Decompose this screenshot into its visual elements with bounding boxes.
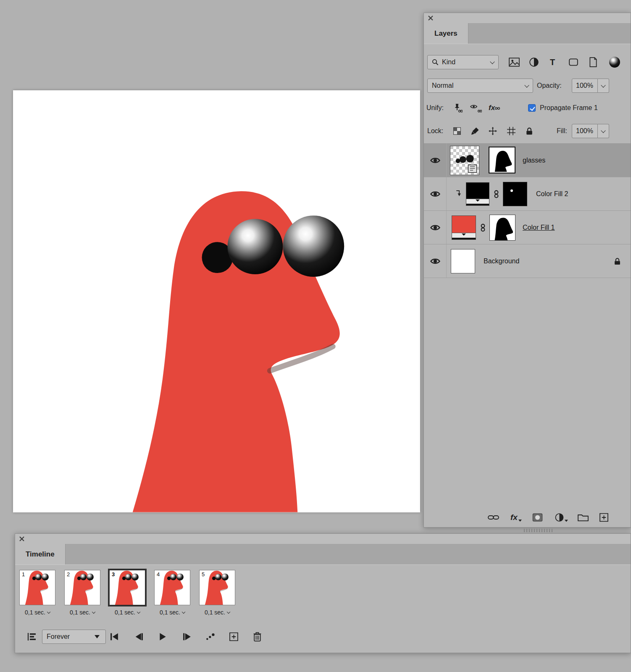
first-frame-button[interactable]	[110, 633, 119, 641]
fill-dropdown-button[interactable]	[598, 124, 609, 138]
frame-thumbnail[interactable]: 5	[199, 570, 235, 605]
visibility-toggle[interactable]	[424, 177, 447, 210]
lock-artboard-icon[interactable]	[507, 127, 515, 135]
layer-row-background[interactable]: Background	[424, 244, 631, 278]
layer-thumbnail-glasses[interactable]	[450, 146, 479, 175]
propagate-frame-checkbox[interactable]	[528, 104, 536, 112]
frame-thumbnail[interactable]: 4	[154, 570, 190, 605]
layer-thumbnail-background[interactable]	[451, 249, 475, 273]
frame-1[interactable]: 1 0,1 sec.	[19, 570, 55, 616]
layer-thumbnail-color-fill-1[interactable]	[452, 215, 476, 240]
opacity-value-field[interactable]: 100%	[572, 79, 598, 93]
close-icon[interactable]	[19, 536, 25, 542]
frame-duration-select[interactable]: 0,1 sec.	[154, 609, 190, 616]
play-button[interactable]	[158, 632, 167, 641]
close-icon[interactable]	[428, 15, 434, 21]
visibility-toggle[interactable]	[424, 244, 447, 278]
chevron-down-icon	[47, 610, 50, 614]
link-layers-icon[interactable]	[488, 514, 499, 521]
document-canvas[interactable]	[13, 90, 420, 512]
chevron-down-icon	[182, 610, 185, 614]
tween-frames-icon[interactable]	[205, 632, 216, 641]
layer-row-color-fill-2[interactable]: Color Fill 2	[424, 177, 631, 211]
layer-name: glasses	[523, 157, 545, 164]
unify-position-icon[interactable]	[452, 103, 463, 113]
kind-filter-select[interactable]: Kind	[427, 55, 499, 69]
layer-row-color-fill-1[interactable]: Color Fill 1	[424, 211, 631, 244]
lock-all-icon[interactable]	[526, 127, 533, 135]
frame-art	[110, 570, 145, 605]
loop-count-select[interactable]: Forever	[42, 630, 106, 644]
visibility-toggle[interactable]	[424, 211, 447, 244]
chevron-down-icon	[601, 83, 605, 87]
add-layer-mask-icon[interactable]	[532, 513, 543, 522]
layer-row-glasses[interactable]: glasses	[424, 144, 631, 177]
delete-frame-trash-icon[interactable]	[253, 632, 262, 642]
chevron-down-icon	[490, 59, 494, 64]
frame-5[interactable]: 5 0,1 sec.	[199, 570, 235, 616]
frame-art	[20, 570, 55, 605]
timeline-tabstrip: Timeline	[15, 544, 631, 565]
chevron-down-icon	[137, 610, 140, 614]
frame-thumbnail[interactable]: 3	[109, 570, 145, 605]
frame-4[interactable]: 4 0,1 sec.	[154, 570, 190, 616]
lock-position-icon[interactable]	[489, 127, 497, 135]
opacity-value: 100%	[576, 82, 593, 89]
filter-smart-object-icon[interactable]	[589, 57, 598, 67]
layer-name: Color Fill 2	[536, 190, 568, 198]
new-layer-icon[interactable]	[599, 513, 608, 522]
tab-timeline-label: Timeline	[26, 550, 55, 559]
fill-value-field[interactable]: 100%	[572, 124, 598, 138]
mask-link-icon[interactable]	[480, 223, 486, 232]
layer-mask-color-fill-1[interactable]	[489, 215, 515, 241]
unify-label: Unify:	[426, 104, 444, 112]
frame-duration-select[interactable]: 0,1 sec.	[19, 609, 55, 616]
tab-layers[interactable]: Layers	[424, 23, 468, 44]
layer-mask-color-fill-2[interactable]	[503, 182, 527, 206]
lock-transparency-icon[interactable]	[453, 127, 461, 135]
timeline-options-icon[interactable]	[27, 632, 38, 641]
layer-mask-glasses[interactable]	[489, 147, 515, 173]
unify-style-icon[interactable]: fx	[489, 104, 500, 112]
previous-frame-button[interactable]	[134, 633, 144, 641]
filter-adjustment-layers-icon[interactable]	[529, 57, 539, 67]
frame-duration-select[interactable]: 0,1 sec.	[109, 609, 145, 616]
adjustment-layer-icon[interactable]	[555, 513, 568, 522]
opacity-dropdown-button[interactable]	[598, 79, 609, 93]
frame-duration: 0,1 sec.	[205, 609, 225, 616]
new-frame-button[interactable]	[229, 633, 238, 641]
frame-duration: 0,1 sec.	[25, 609, 45, 616]
panel-resize-grip[interactable]	[524, 529, 552, 532]
frame-2[interactable]: 2 0,1 sec.	[64, 570, 100, 616]
frame-art	[200, 570, 235, 605]
mask-link-icon[interactable]	[494, 190, 499, 198]
lock-label: Lock:	[427, 127, 443, 135]
fill-swatch	[466, 183, 489, 199]
layer-thumbnail-color-fill-2[interactable]	[466, 182, 489, 206]
frame-art	[155, 570, 190, 605]
unify-visibility-icon[interactable]	[470, 103, 482, 113]
new-group-folder-icon[interactable]	[578, 513, 589, 522]
frame-thumbnail[interactable]: 2	[64, 570, 100, 605]
tab-timeline[interactable]: Timeline	[15, 544, 66, 564]
frame-duration-select[interactable]: 0,1 sec.	[64, 609, 100, 616]
filter-row: Kind T	[424, 53, 631, 71]
filter-type-layers-icon[interactable]: T	[550, 58, 555, 66]
blend-mode-select[interactable]: Normal	[427, 79, 533, 93]
clipping-mask-icon	[455, 190, 461, 197]
visibility-toggle[interactable]	[424, 144, 447, 177]
frame-duration-select[interactable]: 0,1 sec.	[199, 609, 235, 616]
frame-thumbnail[interactable]: 1	[19, 570, 55, 605]
sphere-icon[interactable]	[609, 56, 620, 68]
next-frame-button[interactable]	[182, 633, 192, 641]
frame-duration: 0,1 sec.	[115, 609, 135, 616]
animation-frames-row: 1 0,1 sec. 2 0,1 sec. 3 0,1 sec. 4	[19, 570, 235, 616]
filter-shape-layers-icon[interactable]	[568, 57, 578, 67]
mask-dot	[510, 189, 513, 192]
layer-style-fx-icon[interactable]: fx	[510, 513, 522, 522]
frame-duration: 0,1 sec.	[160, 609, 180, 616]
filter-pixel-layers-icon[interactable]	[509, 58, 520, 67]
lock-pixels-icon[interactable]	[471, 127, 479, 135]
search-icon	[432, 59, 439, 66]
frame-3[interactable]: 3 0,1 sec.	[109, 570, 145, 616]
